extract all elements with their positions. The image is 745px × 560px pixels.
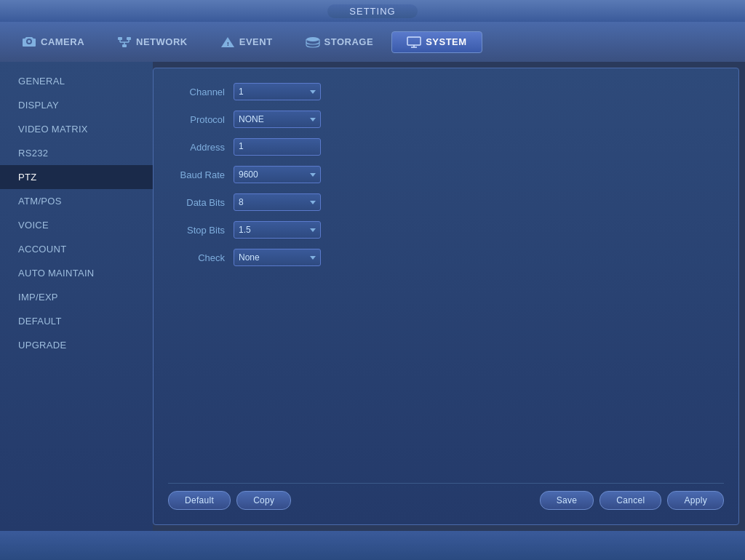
baud-rate-dropdown-arrow <box>310 173 316 177</box>
address-input[interactable]: 1 <box>234 138 321 156</box>
cancel-button[interactable]: Cancel <box>599 491 661 510</box>
tab-event[interactable]: ! EVENT <box>206 32 287 52</box>
tab-camera[interactable]: CAMERA <box>7 32 99 52</box>
apply-button[interactable]: Apply <box>667 491 724 510</box>
tab-network-label: NETWORK <box>136 36 188 47</box>
baud-rate-label: Baud Rate <box>168 169 234 180</box>
address-row: Address 1 <box>168 138 724 156</box>
tab-storage-label: STORAGE <box>324 36 374 47</box>
stop-bits-label: Stop Bits <box>168 225 234 236</box>
sidebar-item-general[interactable]: GENERAL <box>0 69 153 93</box>
stop-bits-row: Stop Bits 1.5 <box>168 221 724 239</box>
storage-icon <box>306 36 320 48</box>
sidebar-item-display[interactable]: DISPLAY <box>0 93 153 117</box>
data-bits-control: 8 <box>234 193 321 211</box>
channel-dropdown-arrow <box>310 90 316 94</box>
address-value: 1 <box>239 141 244 151</box>
tab-camera-label: CAMERA <box>41 36 84 47</box>
camera-icon <box>22 36 36 48</box>
data-bits-dropdown-arrow <box>310 201 316 204</box>
tab-system-label: SYSTEM <box>426 36 466 47</box>
channel-value: 1 <box>239 87 244 97</box>
address-label: Address <box>168 142 234 153</box>
save-button[interactable]: Save <box>540 491 594 510</box>
system-icon <box>407 36 421 48</box>
protocol-dropdown[interactable]: NONE <box>234 111 321 128</box>
stop-bits-control: 1.5 <box>234 221 321 239</box>
sidebar-item-voice[interactable]: VOICE <box>0 213 153 237</box>
svg-text:!: ! <box>227 41 229 47</box>
channel-label: Channel <box>168 87 234 97</box>
copy-button[interactable]: Copy <box>236 491 291 510</box>
sidebar-item-atm-pos[interactable]: ATM/POS <box>0 189 153 213</box>
content-panel: Channel 1 Protocol NONE <box>153 68 739 525</box>
channel-row: Channel 1 <box>168 83 724 100</box>
baud-rate-value: 9600 <box>239 169 258 180</box>
check-label: Check <box>168 252 234 263</box>
protocol-control: NONE <box>234 111 321 128</box>
svg-rect-10 <box>407 37 421 45</box>
channel-control: 1 <box>234 83 321 100</box>
protocol-dropdown-arrow <box>310 118 316 121</box>
sidebar-item-video-matrix[interactable]: VIDEO MATRIX <box>0 117 153 141</box>
svg-rect-0 <box>118 37 122 40</box>
check-row: Check None <box>168 249 724 266</box>
data-bits-row: Data Bits 8 <box>168 193 724 211</box>
svg-rect-1 <box>127 37 131 40</box>
event-icon: ! <box>220 36 235 48</box>
tab-storage[interactable]: STORAGE <box>291 32 389 52</box>
form-area: Channel 1 Protocol NONE <box>168 83 724 483</box>
protocol-label: Protocol <box>168 114 234 125</box>
stop-bits-value: 1.5 <box>239 225 251 235</box>
button-group-right: Save Cancel Apply <box>540 491 724 510</box>
svg-rect-2 <box>122 44 127 47</box>
sidebar-item-imp-exp[interactable]: IMP/EXP <box>0 285 153 309</box>
sidebar: GENERAL DISPLAY VIDEO MATRIX RS232 PTZ A… <box>0 62 153 531</box>
svg-point-9 <box>306 37 319 41</box>
nav-tabs: CAMERA NETWORK ! EVENT <box>0 22 745 62</box>
app-title: SETTING <box>327 4 417 18</box>
sidebar-item-rs232[interactable]: RS232 <box>0 141 153 165</box>
tab-network[interactable]: NETWORK <box>103 32 202 52</box>
data-bits-dropdown[interactable]: 8 <box>234 193 321 211</box>
tab-system[interactable]: SYSTEM <box>391 31 482 53</box>
protocol-row: Protocol NONE <box>168 111 724 128</box>
check-control: None <box>234 249 321 266</box>
network-icon <box>117 36 132 48</box>
sidebar-item-default[interactable]: DEFAULT <box>0 309 153 333</box>
sidebar-item-upgrade[interactable]: UPGRADE <box>0 333 153 357</box>
sidebar-item-auto-maintain[interactable]: AUTO MAINTAIN <box>0 261 153 285</box>
sidebar-item-account[interactable]: ACCOUNT <box>0 237 153 261</box>
protocol-value: NONE <box>239 114 264 124</box>
channel-dropdown[interactable]: 1 <box>234 83 321 100</box>
baud-rate-row: Baud Rate 9600 <box>168 166 724 183</box>
button-area: Default Copy Save Cancel Apply <box>168 483 724 510</box>
tab-event-label: EVENT <box>239 36 273 47</box>
stop-bits-dropdown-arrow <box>310 228 316 232</box>
check-value: None <box>239 252 260 263</box>
data-bits-value: 8 <box>239 197 244 207</box>
baud-rate-dropdown[interactable]: 9600 <box>234 166 321 183</box>
baud-rate-control: 9600 <box>234 166 321 183</box>
button-group-left: Default Copy <box>168 491 291 510</box>
default-button[interactable]: Default <box>168 491 231 510</box>
sidebar-item-ptz[interactable]: PTZ <box>0 165 153 189</box>
bottom-bar <box>0 531 745 560</box>
address-control: 1 <box>234 138 321 156</box>
top-bar: SETTING <box>0 0 745 22</box>
check-dropdown-arrow <box>310 256 316 260</box>
check-dropdown[interactable]: None <box>234 249 321 266</box>
main-content: GENERAL DISPLAY VIDEO MATRIX RS232 PTZ A… <box>0 62 745 531</box>
data-bits-label: Data Bits <box>168 197 234 208</box>
stop-bits-dropdown[interactable]: 1.5 <box>234 221 321 239</box>
